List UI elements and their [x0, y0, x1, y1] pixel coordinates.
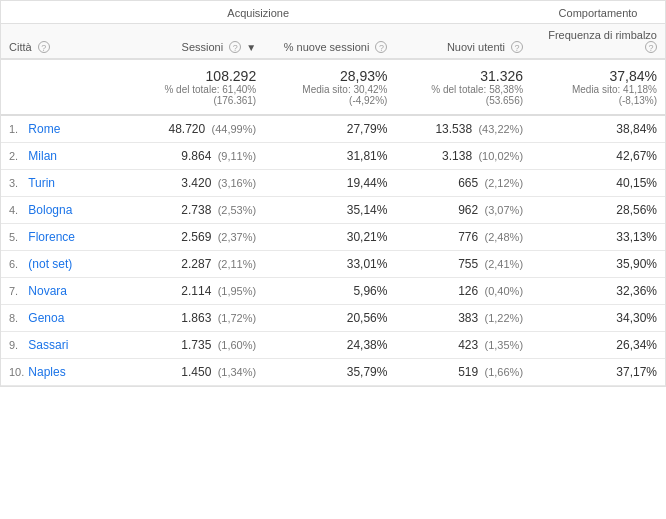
- pct-new-value: 20,56%: [347, 311, 388, 325]
- pct-new-sessions-subheader: % nuove sessioni ?: [264, 24, 395, 60]
- city-cell: 10. Naples: [1, 359, 121, 386]
- city-link[interactable]: (not set): [28, 257, 72, 271]
- city-link[interactable]: Bologna: [28, 203, 72, 217]
- bounce-value: 26,34%: [616, 338, 657, 352]
- row-number: 10.: [9, 366, 25, 378]
- sessions-subheader: Sessioni ? ▼: [121, 24, 264, 60]
- totals-bounce-cell: 37,84% Media sito: 41,18% (-8,13%): [531, 59, 665, 115]
- new-users-cell: 665 (2,12%): [395, 170, 531, 197]
- bounce-cell: 38,84%: [531, 115, 665, 143]
- table-row: 7. Novara2.114 (1,95%)5,96%126 (0,40%)32…: [1, 278, 665, 305]
- row-number: 9.: [9, 339, 25, 351]
- sessions-sort-icon[interactable]: ▼: [246, 42, 256, 53]
- sessions-pct: (1,60%): [218, 339, 257, 351]
- city-link[interactable]: Novara: [28, 284, 67, 298]
- pct-new-value: 35,79%: [347, 365, 388, 379]
- city-cell: 6. (not set): [1, 251, 121, 278]
- behaviour-group-header: Comportamento: [531, 1, 665, 24]
- bounce-cell: 28,56%: [531, 197, 665, 224]
- row-number: 8.: [9, 312, 25, 324]
- pct-new-value: 27,79%: [347, 122, 388, 136]
- totals-bounce-main: 37,84%: [610, 68, 657, 84]
- pct-new-cell: 31,81%: [264, 143, 395, 170]
- new-users-pct: (1,35%): [485, 339, 524, 351]
- sessions-pct: (1,95%): [218, 285, 257, 297]
- pct-new-help-icon[interactable]: ?: [375, 41, 387, 53]
- sessions-cell: 1.735 (1,60%): [121, 332, 264, 359]
- sessions-help-icon[interactable]: ?: [229, 41, 241, 53]
- new-users-help-icon[interactable]: ?: [511, 41, 523, 53]
- bounce-value: 38,84%: [616, 122, 657, 136]
- city-link[interactable]: Sassari: [28, 338, 68, 352]
- sessions-value: 2.287: [181, 257, 211, 271]
- city-help-icon[interactable]: ?: [38, 41, 50, 53]
- pct-new-value: 31,81%: [347, 149, 388, 163]
- city-link[interactable]: Turin: [28, 176, 55, 190]
- new-users-pct: (2,41%): [485, 258, 524, 270]
- row-number: 5.: [9, 231, 25, 243]
- new-users-value: 665: [458, 176, 478, 190]
- totals-sessions-cell: 108.292 % del totale: 61,40% (176.361): [121, 59, 264, 115]
- sessions-value: 3.420: [181, 176, 211, 190]
- new-users-pct: (1,66%): [485, 366, 524, 378]
- new-users-pct: (43,22%): [478, 123, 523, 135]
- new-users-cell: 755 (2,41%): [395, 251, 531, 278]
- new-users-cell: 3.138 (10,02%): [395, 143, 531, 170]
- pct-new-cell: 30,21%: [264, 224, 395, 251]
- bounce-cell: 42,67%: [531, 143, 665, 170]
- bounce-help-icon[interactable]: ?: [645, 41, 657, 53]
- row-number: 6.: [9, 258, 25, 270]
- new-users-value: 13.538: [435, 122, 472, 136]
- new-users-value: 519: [458, 365, 478, 379]
- sessions-cell: 48.720 (44,99%): [121, 115, 264, 143]
- new-users-value: 962: [458, 203, 478, 217]
- bounce-rate-subheader: Frequenza di rimbalzo ?: [531, 24, 665, 60]
- sessions-cell: 3.420 (3,16%): [121, 170, 264, 197]
- city-link[interactable]: Milan: [28, 149, 57, 163]
- totals-pct-new-sub: Media sito: 30,42% (-4,92%): [272, 84, 387, 106]
- analytics-table: Acquisizione Comportamento Città ? Sessi…: [0, 0, 666, 387]
- bounce-cell: 35,90%: [531, 251, 665, 278]
- new-users-pct: (10,02%): [478, 150, 523, 162]
- new-users-pct: (3,07%): [485, 204, 524, 216]
- sessions-value: 2.114: [181, 284, 211, 298]
- bounce-cell: 37,17%: [531, 359, 665, 386]
- pct-new-value: 19,44%: [347, 176, 388, 190]
- city-cell: 4. Bologna: [1, 197, 121, 224]
- row-number: 7.: [9, 285, 25, 297]
- table-row: 1. Rome48.720 (44,99%)27,79%13.538 (43,2…: [1, 115, 665, 143]
- new-users-cell: 776 (2,48%): [395, 224, 531, 251]
- row-number: 1.: [9, 123, 25, 135]
- sessions-value: 9.864: [181, 149, 211, 163]
- city-link[interactable]: Naples: [28, 365, 65, 379]
- table-row: 10. Naples1.450 (1,34%)35,79%519 (1,66%)…: [1, 359, 665, 386]
- new-users-value: 3.138: [442, 149, 472, 163]
- bounce-value: 40,15%: [616, 176, 657, 190]
- row-number: 2.: [9, 150, 25, 162]
- totals-row: 108.292 % del totale: 61,40% (176.361) 2…: [1, 59, 665, 115]
- new-users-value: 383: [458, 311, 478, 325]
- bounce-value: 28,56%: [616, 203, 657, 217]
- bounce-cell: 32,36%: [531, 278, 665, 305]
- pct-new-cell: 27,79%: [264, 115, 395, 143]
- pct-new-value: 35,14%: [347, 203, 388, 217]
- city-link[interactable]: Florence: [28, 230, 75, 244]
- city-link[interactable]: Genoa: [28, 311, 64, 325]
- pct-new-value: 30,21%: [347, 230, 388, 244]
- pct-new-cell: 35,14%: [264, 197, 395, 224]
- bounce-value: 34,30%: [616, 311, 657, 325]
- new-users-pct: (2,48%): [485, 231, 524, 243]
- pct-new-cell: 19,44%: [264, 170, 395, 197]
- sessions-pct: (2,53%): [218, 204, 257, 216]
- city-link[interactable]: Rome: [28, 122, 60, 136]
- sessions-pct: (3,16%): [218, 177, 257, 189]
- new-users-value: 776: [458, 230, 478, 244]
- sessions-pct: (2,37%): [218, 231, 257, 243]
- totals-new-users-main: 31.326: [480, 68, 523, 84]
- sessions-value: 2.569: [181, 230, 211, 244]
- bounce-value: 37,17%: [616, 365, 657, 379]
- city-cell: 7. Novara: [1, 278, 121, 305]
- sessions-cell: 2.738 (2,53%): [121, 197, 264, 224]
- bounce-value: 35,90%: [616, 257, 657, 271]
- totals-bounce-sub: Media sito: 41,18% (-8,13%): [539, 84, 657, 106]
